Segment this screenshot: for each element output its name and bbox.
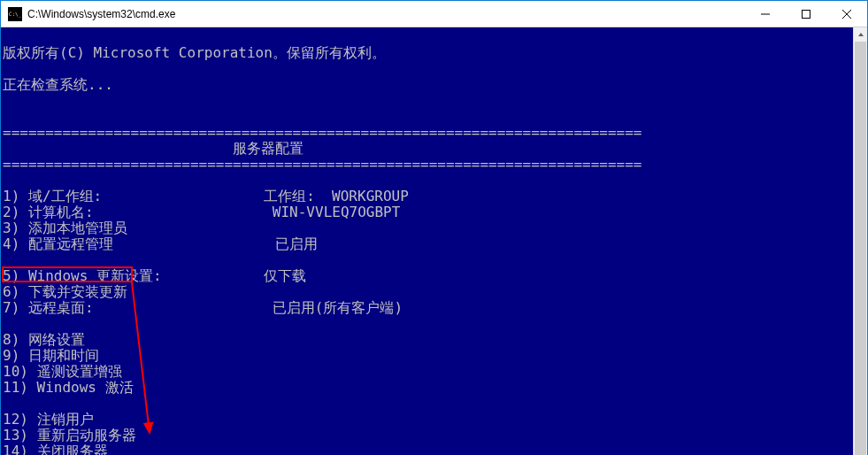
menu-4-right: 已启用: [275, 235, 318, 252]
menu-11: 11) Windows 激活: [3, 379, 134, 396]
menu-1-right: 工作组: WORKGROUP: [264, 188, 409, 204]
menu-14: 14) 关闭服务器: [3, 443, 108, 455]
menu-9: 9) 日期和时间: [3, 347, 99, 364]
menu-7-right: 已启用(所有客户端): [273, 299, 403, 316]
window-controls: [745, 1, 867, 27]
menu-5-left: 5) Windows 更新设置:: [3, 267, 162, 284]
vertical-scrollbar[interactable]: [853, 27, 867, 455]
menu-12: 12) 注销用户: [3, 411, 94, 428]
menu-2-right: WIN-VVLEQ7OGBPT: [273, 204, 401, 220]
window-title: C:\Windows\system32\cmd.exe: [27, 8, 745, 20]
svg-rect-1: [803, 10, 810, 18]
checking-line: 正在检查系统...: [3, 76, 113, 93]
scroll-thumb[interactable]: [855, 42, 866, 455]
section-title: 服务器配置: [3, 140, 303, 157]
svg-marker-6: [858, 33, 864, 36]
menu-6: 6) 下载并安装更新: [3, 283, 127, 300]
minimize-button[interactable]: [745, 1, 786, 27]
console-area: 版权所有(C) Microsoft Corporation。保留所有权利。 正在…: [1, 27, 867, 455]
console[interactable]: 版权所有(C) Microsoft Corporation。保留所有权利。 正在…: [1, 27, 853, 455]
menu-10: 10) 遥测设置增强: [3, 363, 122, 380]
scroll-up-button[interactable]: [854, 27, 867, 42]
titlebar: C:\Windows\system32\cmd.exe: [1, 1, 867, 27]
menu-8: 8) 网络设置: [3, 331, 85, 348]
menu-13: 13) 重新启动服务器: [3, 427, 136, 443]
menu-5-right: 仅下载: [264, 267, 306, 284]
close-button[interactable]: [826, 1, 867, 27]
scroll-track[interactable]: [854, 42, 867, 455]
menu-1-left: 1) 域/工作组:: [3, 188, 102, 204]
copyright-line: 版权所有(C) Microsoft Corporation。保留所有权利。: [3, 44, 386, 61]
cmd-window: C:\Windows\system32\cmd.exe 版权所有(C) Micr…: [0, 0, 868, 455]
maximize-button[interactable]: [786, 1, 826, 27]
hr-top: ========================================…: [3, 124, 641, 141]
menu-3: 3) 添加本地管理员: [3, 220, 127, 236]
menu-2-left: 2) 计算机名:: [3, 204, 94, 220]
hr-bottom: ========================================…: [3, 156, 641, 173]
menu-4-left: 4) 配置远程管理: [3, 235, 113, 252]
menu-7-left: 7) 远程桌面:: [3, 299, 94, 316]
cmd-icon: [8, 7, 22, 21]
